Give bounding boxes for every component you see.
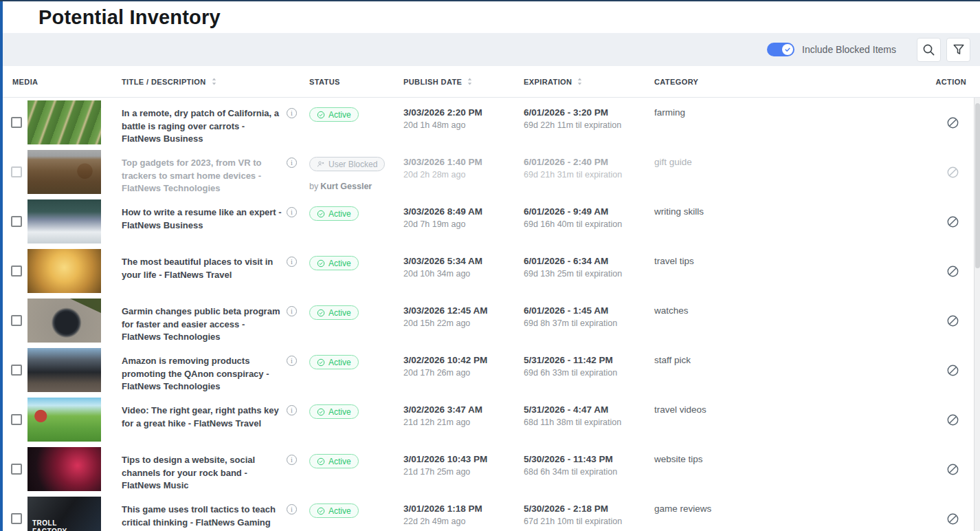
row-checkbox[interactable]	[11, 266, 22, 277]
block-icon[interactable]	[946, 314, 959, 327]
table-body: In a remote, dry patch of California, a …	[0, 98, 974, 531]
info-icon[interactable]: i	[287, 207, 297, 217]
user-blocked-icon	[317, 160, 325, 169]
sort-icon[interactable]	[577, 77, 583, 86]
thumbnail-overlay-text: TROLL FACTORY	[32, 519, 67, 531]
info-icon[interactable]: i	[287, 306, 297, 316]
row-title[interactable]: This game uses troll tactics to teach cr…	[122, 503, 282, 529]
header-title[interactable]: TITLE / DESCRIPTION	[122, 77, 309, 86]
info-icon[interactable]: i	[287, 356, 297, 366]
title-cell: How to write a resume like an expert - F…	[122, 197, 309, 246]
publish-date: 3/03/2026 12:45 AM	[403, 305, 524, 316]
blocked-by-prefix: by	[309, 182, 318, 191]
filter-button[interactable]	[946, 38, 970, 62]
publish-date: 3/01/2026 10:43 PM	[403, 454, 524, 465]
info-icon[interactable]: i	[287, 405, 297, 415]
block-icon[interactable]	[946, 512, 959, 525]
expiration-until: 69d 22h 11m til expiration	[524, 120, 654, 130]
left-accent-bar	[0, 1, 3, 531]
info-icon[interactable]: i	[287, 257, 297, 267]
media-cell	[0, 197, 122, 246]
publish-ago: 20d 1h 48m ago	[403, 120, 524, 130]
status-label: Active	[328, 308, 351, 318]
expiration-date: 6/01/2026 - 2:40 PM	[524, 157, 654, 168]
row-thumbnail-image[interactable]	[27, 249, 101, 293]
block-icon[interactable]	[946, 116, 959, 129]
category-cell: travel videos	[654, 395, 790, 444]
scrollbar-thumb[interactable]	[975, 103, 980, 268]
block-icon[interactable]	[946, 463, 959, 476]
table-row: Tips to design a website, social channel…	[0, 444, 974, 494]
sort-icon[interactable]	[211, 77, 217, 86]
table-row: Video: The right gear, right paths key f…	[0, 395, 974, 444]
info-icon[interactable]: i	[287, 158, 297, 168]
media-cell	[0, 296, 122, 345]
header-status: STATUS	[309, 78, 403, 86]
row-checkbox[interactable]	[11, 315, 22, 326]
media-cell	[0, 98, 122, 147]
row-title[interactable]: Top gadgets for 2023, from VR to tracker…	[122, 157, 282, 195]
block-icon[interactable]	[946, 265, 959, 278]
block-icon[interactable]	[946, 413, 959, 426]
row-checkbox[interactable]	[11, 513, 22, 524]
action-cell	[790, 444, 974, 494]
header-title-label: TITLE / DESCRIPTION	[122, 78, 206, 86]
status-cell: Active	[309, 395, 403, 444]
expiration-until: 69d 21h 31m til expiration	[524, 170, 654, 180]
status-label: Active	[328, 457, 351, 466]
row-title[interactable]: Tips to design a website, social channel…	[122, 454, 282, 492]
info-icon[interactable]: i	[287, 455, 297, 465]
vertical-scrollbar[interactable]	[974, 98, 980, 531]
row-checkbox[interactable]	[11, 365, 22, 376]
row-thumbnail-image[interactable]	[27, 447, 101, 491]
row-thumbnail-image[interactable]	[27, 398, 101, 442]
row-checkbox[interactable]	[11, 464, 22, 475]
status-label: User Blocked	[328, 160, 377, 169]
row-title[interactable]: In a remote, dry patch of California, a …	[122, 107, 282, 146]
block-icon[interactable]	[946, 166, 959, 179]
status-label: Active	[328, 358, 351, 367]
publish-cell: 3/03/2026 12:45 AM 20d 15h 22m ago	[403, 296, 524, 345]
row-thumbnail-image[interactable]	[27, 150, 101, 194]
action-cell	[790, 395, 974, 444]
row-title[interactable]: Video: The right gear, right paths key f…	[122, 404, 282, 430]
row-checkbox[interactable]	[11, 117, 22, 128]
row-title[interactable]: Garmin changes public beta program for f…	[122, 305, 282, 344]
row-title[interactable]: How to write a resume like an expert - F…	[122, 206, 282, 232]
status-label: Active	[328, 110, 351, 120]
expiration-cell: 6/01/2026 - 3:20 PM 69d 22h 11m til expi…	[524, 98, 654, 147]
row-checkbox[interactable]	[11, 216, 22, 227]
check-circle-icon	[317, 358, 325, 367]
row-title[interactable]: Amazon is removing products promoting th…	[122, 355, 282, 393]
block-icon[interactable]	[946, 215, 959, 228]
status-cell: Active	[309, 494, 403, 531]
status-cell: Active	[309, 296, 403, 345]
include-blocked-toggle[interactable]	[767, 43, 794, 56]
publish-ago: 20d 15h 22m ago	[403, 318, 524, 328]
publish-ago: 21d 12h 21m ago	[403, 418, 524, 427]
sort-icon[interactable]	[467, 77, 473, 86]
action-cell	[790, 494, 974, 531]
row-checkbox[interactable]	[11, 414, 22, 425]
status-label: Active	[328, 209, 351, 219]
table-row: Amazon is removing products promoting th…	[0, 345, 974, 395]
status-badge-active: Active	[309, 305, 359, 320]
row-thumbnail-image[interactable]	[27, 100, 101, 144]
info-icon[interactable]: i	[287, 108, 297, 118]
row-thumbnail-image[interactable]	[27, 199, 101, 243]
search-icon	[922, 43, 935, 56]
media-cell	[0, 246, 122, 296]
publish-cell: 3/03/2026 1:40 PM 20d 2h 28m ago	[403, 147, 524, 197]
block-icon[interactable]	[946, 364, 959, 377]
header-expiration[interactable]: EXPIRATION	[524, 77, 654, 86]
row-title[interactable]: The most beautiful places to visit in yo…	[122, 256, 282, 281]
expiration-until: 69d 8h 37m til expiration	[524, 318, 654, 328]
search-button[interactable]	[917, 38, 941, 62]
row-thumbnail-image[interactable]	[27, 299, 101, 343]
header-publish-date[interactable]: PUBLISH DATE	[403, 77, 524, 86]
row-thumbnail-image[interactable]	[27, 348, 101, 392]
status-badge-active: Active	[309, 107, 359, 122]
row-thumbnail-image[interactable]: TROLL FACTORY	[27, 497, 101, 531]
row-checkbox[interactable]	[11, 166, 22, 177]
info-icon[interactable]: i	[287, 504, 297, 514]
